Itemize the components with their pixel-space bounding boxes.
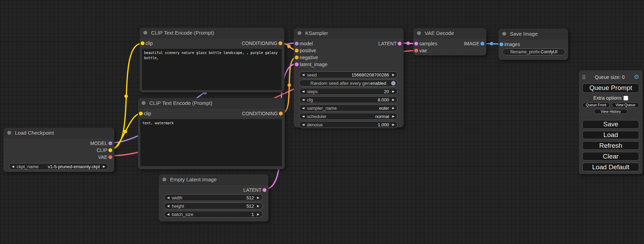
settings-gear-icon[interactable]: ⚙ bbox=[634, 74, 639, 80]
spacer bbox=[582, 114, 639, 118]
increment-arrow-icon[interactable]: ▶ bbox=[392, 98, 395, 101]
node-load-checkpoint[interactable]: Load Checkpoint MODEL CLIP VAE ◀ ckpt_na… bbox=[3, 128, 114, 172]
decrement-arrow-icon[interactable]: ◀ bbox=[302, 90, 305, 93]
widget-value: v1-5-pruned-emaonly.ckpt bbox=[48, 164, 100, 169]
conditioning-output-slot[interactable] bbox=[279, 112, 283, 116]
node-title-bar[interactable]: Load Checkpoint bbox=[3, 128, 114, 138]
queue-front-button[interactable]: Queue Front bbox=[582, 102, 610, 108]
wire-midpoint-dot-ksampler-latent-to-vae-decode bbox=[406, 42, 410, 45]
decrement-arrow-icon[interactable]: ◀ bbox=[302, 107, 305, 110]
collapse-dot-icon[interactable] bbox=[143, 31, 147, 35]
node-title: Load Checkpoint bbox=[15, 130, 54, 136]
node-title-bar[interactable]: CLIP Text Encode (Prompt) bbox=[140, 28, 284, 38]
queue-panel-header: Queue size: 0 ⚙ bbox=[582, 73, 639, 81]
positive-prompt-textarea[interactable]: beautiful scenery nature glass bottle la… bbox=[142, 49, 282, 90]
decrement-arrow-icon[interactable]: ◀ bbox=[167, 196, 169, 199]
decrement-arrow-icon[interactable]: ◀ bbox=[302, 115, 305, 118]
ckpt-name-widget[interactable]: ◀ ckpt_name v1-5-pruned-emaonly.ckpt ▶ bbox=[9, 163, 108, 170]
save-button[interactable]: Save bbox=[582, 120, 639, 129]
filename-prefix-widget[interactable]: filename_prefix ComfyUI bbox=[502, 48, 565, 55]
denoise-widget[interactable]: ◀ denoise 1.000 ▶ bbox=[299, 121, 398, 128]
node-save-image[interactable]: Save Image images filename_prefix ComfyU… bbox=[499, 29, 568, 60]
collapse-dot-icon[interactable] bbox=[417, 31, 421, 35]
decrement-arrow-icon[interactable]: ◀ bbox=[302, 73, 305, 76]
node-clip-text-encode-negative[interactable]: CLIP Text Encode (Prompt) clip CONDITION… bbox=[138, 98, 285, 169]
latent-output-slot[interactable] bbox=[263, 188, 266, 192]
steps-widget[interactable]: ◀ steps 20 ▶ bbox=[299, 88, 398, 95]
collapse-dot-icon[interactable] bbox=[162, 178, 166, 181]
negative-prompt-textarea[interactable]: text, watermark bbox=[140, 119, 282, 166]
decrement-arrow-icon[interactable]: ◀ bbox=[12, 165, 14, 168]
collapse-dot-icon[interactable] bbox=[142, 101, 145, 105]
view-queue-button[interactable]: View Queue bbox=[612, 102, 639, 108]
node-title-bar[interactable]: Save Image bbox=[499, 29, 568, 39]
queue-size-label: Queue size: 0 bbox=[585, 74, 634, 80]
latent-image-input-slot[interactable] bbox=[295, 63, 299, 66]
model-input-slot[interactable] bbox=[295, 42, 299, 46]
load-default-button[interactable]: Load Default bbox=[582, 163, 639, 171]
load-button[interactable]: Load bbox=[582, 131, 639, 139]
batch-size-widget[interactable]: ◀ batch_size 1 ▶ bbox=[164, 211, 263, 218]
decrement-arrow-icon[interactable]: ◀ bbox=[167, 205, 169, 208]
increment-arrow-icon[interactable]: ▶ bbox=[103, 165, 105, 168]
clip-output-slot[interactable] bbox=[108, 148, 112, 152]
clear-button[interactable]: Clear bbox=[582, 152, 639, 161]
vae-input-label: vae bbox=[419, 48, 427, 53]
samples-input-label: samples bbox=[419, 41, 437, 46]
increment-arrow-icon[interactable]: ▶ bbox=[392, 90, 395, 93]
increment-arrow-icon[interactable]: ▶ bbox=[392, 115, 395, 118]
width-widget[interactable]: ◀ width 512 ▶ bbox=[164, 194, 263, 201]
increment-arrow-icon[interactable]: ▶ bbox=[257, 205, 259, 208]
random-seed-toggle[interactable]: Random seed after every gen enabled bbox=[299, 80, 398, 87]
decrement-arrow-icon[interactable]: ◀ bbox=[302, 123, 305, 126]
node-canvas[interactable]: { "colors": { "model": "#a786d9", "clip"… bbox=[0, 0, 644, 244]
node-title-bar[interactable]: CLIP Text Encode (Prompt) bbox=[138, 98, 285, 108]
sampler-name-widget[interactable]: ◀ sampler_name euler ▶ bbox=[299, 105, 398, 111]
drag-handle-icon[interactable] bbox=[582, 75, 585, 80]
increment-arrow-icon[interactable]: ▶ bbox=[392, 73, 395, 76]
node-ksampler[interactable]: KSampler model LATENT positive negative … bbox=[294, 28, 404, 127]
collapse-dot-icon[interactable] bbox=[7, 131, 11, 135]
toggle-circle-icon[interactable] bbox=[391, 81, 396, 85]
extra-options-label: Extra options bbox=[593, 95, 622, 101]
clip-input-slot[interactable] bbox=[141, 42, 144, 45]
conditioning-output-slot[interactable] bbox=[279, 42, 282, 45]
widget-value: normal bbox=[375, 114, 389, 119]
decrement-arrow-icon[interactable]: ◀ bbox=[302, 98, 305, 101]
queue-panel: Queue size: 0 ⚙ Queue Prompt Extra optio… bbox=[579, 70, 643, 174]
vae-input-slot[interactable] bbox=[414, 49, 418, 53]
vae-output-slot[interactable] bbox=[108, 155, 112, 159]
queue-prompt-button[interactable]: Queue Prompt bbox=[582, 83, 639, 93]
negative-input-slot[interactable] bbox=[295, 56, 299, 60]
image-output-slot[interactable] bbox=[480, 42, 484, 46]
clip-input-slot[interactable] bbox=[139, 112, 143, 116]
node-title-bar[interactable]: VAE Decode bbox=[413, 28, 486, 38]
positive-input-slot[interactable] bbox=[295, 49, 299, 53]
node-vae-decode[interactable]: VAE Decode samples IMAGE vae bbox=[413, 28, 486, 55]
node-title-bar[interactable]: KSampler bbox=[294, 28, 404, 38]
refresh-button[interactable]: Refresh bbox=[582, 141, 639, 150]
decrement-arrow-icon[interactable]: ◀ bbox=[167, 213, 169, 216]
collapse-dot-icon[interactable] bbox=[298, 31, 301, 35]
widget-label: scheduler bbox=[307, 114, 326, 119]
model-output-slot[interactable] bbox=[108, 142, 112, 145]
node-title: Empty Latent Image bbox=[170, 177, 217, 182]
node-empty-latent-image[interactable]: Empty Latent Image LATENT ◀ width 512 ▶ … bbox=[159, 174, 268, 222]
scheduler-widget[interactable]: ◀ scheduler normal ▶ bbox=[299, 113, 398, 120]
node-clip-text-encode-positive[interactable]: CLIP Text Encode (Prompt) clip CONDITION… bbox=[140, 28, 284, 92]
collapse-dot-icon[interactable] bbox=[502, 32, 506, 36]
samples-input-slot[interactable] bbox=[414, 42, 418, 46]
increment-arrow-icon[interactable]: ▶ bbox=[392, 123, 395, 126]
increment-arrow-icon[interactable]: ▶ bbox=[257, 196, 259, 199]
images-slot-row: images bbox=[499, 41, 568, 48]
node-title-bar[interactable]: Empty Latent Image bbox=[159, 174, 268, 185]
seed-widget[interactable]: ◀ seed 156680208700286 ▶ bbox=[299, 71, 398, 78]
increment-arrow-icon[interactable]: ▶ bbox=[392, 107, 395, 110]
cfg-widget[interactable]: ◀ cfg 8.000 ▶ bbox=[299, 96, 398, 103]
extra-options-checkbox[interactable] bbox=[624, 96, 628, 100]
height-widget[interactable]: ◀ height 512 ▶ bbox=[164, 202, 263, 209]
increment-arrow-icon[interactable]: ▶ bbox=[257, 213, 259, 216]
images-input-slot[interactable] bbox=[500, 43, 503, 46]
latent-output-slot[interactable] bbox=[398, 42, 402, 46]
view-history-button[interactable]: View History bbox=[594, 109, 627, 114]
